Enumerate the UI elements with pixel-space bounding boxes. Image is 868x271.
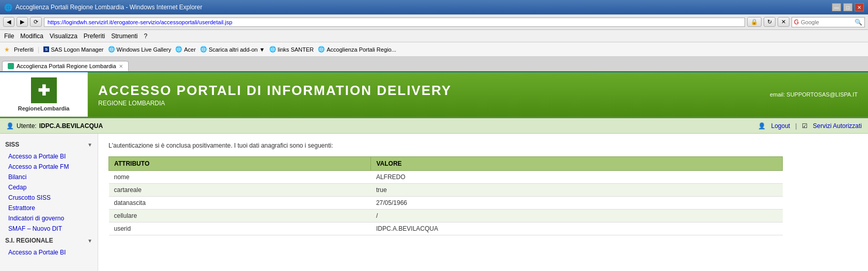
sas-icon: S: [43, 46, 49, 52]
logo-section: ✚ RegioneLombardia: [0, 72, 88, 117]
sidebar: SISS ▼ Accesso a Portale BI Accesso a Po…: [0, 134, 98, 271]
page-wrapper: ✚ RegioneLombardia ACCESSO PORTALI DI IN…: [0, 72, 868, 271]
menu-visualizza[interactable]: Visualizza: [50, 33, 78, 40]
ie-icon: 🌐: [4, 4, 12, 11]
bookmark-sas[interactable]: S SAS Logon Manager: [43, 46, 103, 53]
reload-button[interactable]: ↻: [764, 17, 776, 27]
user-info: 👤 Utente: IDPC.A.BEVILACQUA: [6, 122, 103, 130]
username: IDPC.A.BEVILACQUA: [39, 122, 103, 130]
bookmark-sas-label: SAS Logon Manager: [51, 46, 103, 53]
user-icon: 👤: [6, 122, 14, 130]
col-header-valore: VALORE: [371, 157, 783, 171]
search-engine-icon: G: [794, 19, 799, 26]
header-email: email: SUPPORTOSAS@LISPA.IT: [770, 91, 858, 98]
sidebar-arrow-icon: ▼: [87, 142, 92, 148]
sidebar-link-fm[interactable]: Accesso a Portale FM: [0, 162, 98, 172]
go-button[interactable]: 🔒: [747, 17, 762, 27]
separator: |: [795, 122, 797, 130]
sidebar-link-cedap[interactable]: Cedap: [0, 182, 98, 193]
address-bar: ◀ ▶ ⟳ 🔒 ↻ ✕ G 🔍: [0, 14, 868, 30]
tab-bar: Accoglienza Portali Regione Lombardia ✕: [0, 57, 868, 72]
cell-valore: 27/05/1966: [371, 197, 783, 210]
sidebar-link-estrattore[interactable]: Estrattore: [0, 203, 98, 213]
table-row: cellulare/: [109, 210, 783, 222]
bookmark-santer-label: links SANTER: [278, 46, 314, 53]
data-table: ATTRIBUTO VALORE nomeALFREDOcartarealetr…: [109, 156, 783, 235]
bookmarks-bar: ★ Preferiti | S SAS Logon Manager 🌐 Wind…: [0, 42, 868, 57]
sidebar-link-indicatori[interactable]: Indicatori di governo: [0, 213, 98, 224]
checkmark-icon: ☑: [802, 122, 808, 130]
search-input[interactable]: [801, 19, 853, 25]
cell-attributo: datanascita: [109, 197, 371, 210]
santer-icon: 🌐: [269, 46, 276, 53]
cell-valore: true: [371, 184, 783, 197]
content-area: SISS ▼ Accesso a Portale BI Accesso a Po…: [0, 134, 868, 271]
acer-icon: 🌐: [175, 46, 182, 53]
main-content: L'autenticazione si è conclusa positivam…: [98, 134, 868, 271]
cell-valore: IDPC.A.BEVILACQUA: [371, 222, 783, 235]
back-button[interactable]: ◀: [3, 17, 14, 27]
sidebar-section-siss[interactable]: SISS ▼: [0, 138, 98, 151]
sidebar-section-regionale[interactable]: S.I. REGIONALE ▼: [0, 234, 98, 247]
services-link[interactable]: Servizi Autorizzati: [813, 122, 862, 130]
sidebar-link-bilanci[interactable]: Bilanci: [0, 172, 98, 182]
table-row: nomeALFREDO: [109, 171, 783, 184]
window-controls: — □ ✕: [832, 3, 864, 11]
bookmarks-label[interactable]: Preferiti: [14, 46, 34, 53]
tab-accoglienza[interactable]: Accoglienza Portali Regione Lombardia ✕: [2, 61, 129, 71]
title-bar-left: 🌐 Accoglienza Portali Regione Lombardia …: [4, 4, 203, 11]
table-row: useridIDPC.A.BEVILACQUA: [109, 222, 783, 235]
bookmark-addon-label: Scarica altri add-on: [209, 46, 258, 53]
accoglienza-icon: 🌐: [318, 46, 325, 53]
user-bar-right: 👤 Logout | ☑ Servizi Autorizzati: [758, 122, 862, 130]
search-box: G 🔍: [792, 17, 865, 27]
sidebar-section-regionale-label: S.I. REGIONALE: [5, 237, 53, 244]
cell-attributo: cartareale: [109, 184, 371, 197]
close-button[interactable]: ✕: [855, 3, 864, 11]
menu-file[interactable]: File: [4, 33, 14, 40]
header-title-block: ACCESSO PORTALI DI INFORMATION DELIVERY …: [98, 83, 452, 107]
bookmark-accoglienza-label: Accoglienza Portali Regio...: [327, 46, 396, 53]
sidebar-section-siss-label: SISS: [5, 141, 19, 148]
sidebar-link-bi-siss[interactable]: Accesso a Portale BI: [0, 151, 98, 162]
address-input[interactable]: [44, 18, 745, 27]
cell-attributo: userid: [109, 222, 371, 235]
cell-valore: ALFREDO: [371, 171, 783, 184]
addon-icon: 🌐: [200, 46, 207, 53]
bookmark-addon[interactable]: 🌐 Scarica altri add-on ▼: [200, 46, 265, 53]
col-header-attributo: ATTRIBUTO: [109, 157, 371, 171]
tab-favicon: [8, 63, 14, 69]
bookmark-santer[interactable]: 🌐 links SANTER: [269, 46, 314, 53]
title-bar: 🌐 Accoglienza Portali Regione Lombardia …: [0, 0, 868, 14]
menu-bar: File Modifica Visualizza Preferiti Strum…: [0, 30, 868, 42]
menu-modifica[interactable]: Modifica: [20, 33, 43, 40]
bookmark-acer[interactable]: 🌐 Acer: [175, 46, 196, 53]
cell-attributo: nome: [109, 171, 371, 184]
maximize-button[interactable]: □: [843, 3, 853, 11]
cell-attributo: cellulare: [109, 210, 371, 222]
menu-strumenti[interactable]: Strumenti: [111, 33, 137, 40]
header-title: ACCESSO PORTALI DI INFORMATION DELIVERY: [98, 83, 452, 99]
sidebar-link-bi-regionale[interactable]: Accesso a Portale BI: [0, 247, 98, 258]
gallery-icon: 🌐: [108, 46, 115, 53]
sidebar-link-smaf[interactable]: SMAF – Nuovo DIT: [0, 224, 98, 234]
bookmark-gallery[interactable]: 🌐 Windows Live Gallery: [108, 46, 172, 53]
auth-message: L'autenticazione si è conclusa positivam…: [109, 142, 858, 149]
sidebar-link-cruscotto[interactable]: Cruscotto SISS: [0, 193, 98, 203]
forward-button[interactable]: ▶: [17, 17, 28, 27]
stop-button[interactable]: ✕: [778, 17, 789, 27]
window-title: Accoglienza Portali Regione Lombardia - …: [16, 4, 203, 11]
tab-close-icon[interactable]: ✕: [119, 63, 123, 69]
minimize-button[interactable]: —: [832, 3, 841, 11]
menu-help[interactable]: ?: [144, 33, 148, 40]
logo-cross: ✚: [31, 77, 57, 103]
logout-button[interactable]: Logout: [771, 122, 790, 130]
page-header: ✚ RegioneLombardia ACCESSO PORTALI DI IN…: [0, 72, 868, 118]
bookmark-star-icon: ★: [4, 46, 10, 53]
header-content: ACCESSO PORTALI DI INFORMATION DELIVERY …: [88, 72, 868, 117]
bookmark-accoglienza[interactable]: 🌐 Accoglienza Portali Regio...: [318, 46, 396, 53]
dropdown-arrow-icon: ▼: [259, 46, 265, 53]
refresh-button[interactable]: ⟳: [30, 17, 42, 27]
search-icon[interactable]: 🔍: [855, 19, 862, 26]
menu-preferiti[interactable]: Preferiti: [84, 33, 105, 40]
